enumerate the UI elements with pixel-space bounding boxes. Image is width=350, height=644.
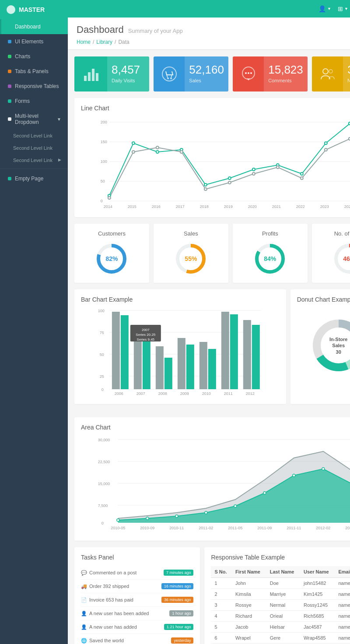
- donut-visits-title: No. of Visits: [318, 230, 350, 237]
- comments-label: Comments: [268, 78, 303, 83]
- svg-rect-74: [112, 312, 120, 389]
- topbar: 👤▼ ⊞▼ 🔔▼ 👤▼: [68, 0, 350, 18]
- nav-dot: [8, 117, 11, 121]
- svg-point-40: [252, 172, 255, 175]
- cart-icon: [161, 65, 178, 83]
- stat-card-comments: 15,823 Comments: [233, 56, 308, 91]
- col-firstname: First Name: [232, 566, 266, 578]
- task-badge-6: yesterday: [171, 637, 193, 644]
- nav-dot: [8, 55, 11, 58]
- topbar-grid-icon[interactable]: ⊞▼: [338, 5, 348, 12]
- sidebar: MASTER Dashboard UI Elements Charts Tabs…: [0, 0, 68, 644]
- sidebar-sub-item-1[interactable]: Second Level Link: [0, 130, 68, 142]
- breadcrumb-data: Data: [118, 39, 129, 45]
- col-lastname: Last Name: [266, 566, 300, 578]
- table-row: 5JacobHielsarJac4587name@site.com: [211, 622, 350, 633]
- table-cell: john15482: [300, 578, 335, 589]
- table-cell: 4: [211, 611, 232, 622]
- sidebar-sub-item-3[interactable]: Second Level Link ▶: [0, 154, 68, 166]
- area-chart-container: 30,000 22,500 15,000 7,500 0: [81, 436, 350, 534]
- svg-text:2016: 2016: [152, 204, 161, 209]
- donut-customers-label: 82%: [105, 255, 118, 262]
- sidebar-item-label: Dashboard: [15, 24, 41, 30]
- sidebar-item-responsive-tables[interactable]: Responsive Tables: [0, 79, 68, 94]
- table-row: 1JohnDoejohn15482name@site.com: [211, 578, 350, 589]
- svg-text:2015: 2015: [128, 204, 136, 209]
- breadcrumb-library[interactable]: Library: [96, 39, 112, 45]
- table-cell: name@site.com: [335, 622, 350, 633]
- svg-point-43: [325, 148, 327, 151]
- svg-point-10: [250, 72, 252, 74]
- bar-donut-row: Bar Chart Example 100 75 50 25: [74, 289, 350, 411]
- donut-visits: No. of Visits 46%: [312, 224, 350, 283]
- donut-customers: Customers 82%: [74, 224, 149, 283]
- svg-text:0: 0: [102, 521, 104, 525]
- svg-point-37: [180, 151, 183, 153]
- task-item-3: 📄 Invoice 653 has paid 36 minutes ago: [81, 593, 193, 607]
- table-cell: 6: [211, 633, 232, 644]
- donut-chart-panel: Donut Chart Example In-Store Sales 30: [290, 289, 350, 404]
- table-cell: Rich5685: [300, 611, 335, 622]
- svg-text:0: 0: [101, 199, 103, 203]
- task-item-4: 👤 A new user has been added 1 hour ago: [81, 607, 193, 620]
- table-cell: Nermal: [266, 600, 300, 611]
- sidebar-item-dashboard[interactable]: Dashboard: [0, 19, 68, 34]
- donut-chart-area: In-Store Sales 30: [297, 308, 350, 383]
- svg-text:2020: 2020: [248, 204, 257, 209]
- col-email: Email ID.: [335, 566, 350, 578]
- sales-number: 52,160: [189, 63, 224, 77]
- table-cell: Orieal: [266, 611, 300, 622]
- sidebar-logo: MASTER: [0, 0, 68, 19]
- sidebar-item-multilevel[interactable]: Multi-level Dropdown ▼: [0, 109, 68, 130]
- sidebar-divider: [0, 169, 68, 169]
- svg-point-120: [263, 492, 266, 494]
- sidebar-item-ui-elements[interactable]: UI Elements: [0, 34, 68, 49]
- sidebar-item-label: UI Elements: [15, 39, 43, 45]
- svg-text:2010-05: 2010-05: [111, 526, 125, 530]
- nav-dot: [8, 70, 11, 73]
- donut-sales-title: Sales: [160, 230, 222, 237]
- svg-text:2024: 2024: [344, 204, 350, 209]
- sidebar-sub-item-2[interactable]: Second Level Link: [0, 142, 68, 154]
- task-badge-3: 36 minutes ago: [161, 597, 194, 603]
- sidebar-item-charts[interactable]: Charts: [0, 49, 68, 64]
- svg-rect-85: [164, 358, 172, 389]
- nav-dot: [8, 84, 11, 88]
- topbar-user-icon[interactable]: 👤▼: [318, 5, 331, 12]
- svg-text:50: 50: [101, 179, 105, 183]
- svg-text:22,500: 22,500: [98, 460, 110, 464]
- svg-text:75: 75: [100, 331, 104, 335]
- svg-text:2023: 2023: [320, 204, 329, 209]
- nav-dot: [8, 99, 11, 103]
- svg-text:100: 100: [98, 309, 105, 313]
- svg-text:200: 200: [101, 120, 107, 124]
- table-cell: 2: [211, 589, 232, 600]
- comments-info: 15,823 Comments: [264, 56, 308, 91]
- breadcrumb: Home / Library / Data: [77, 39, 350, 45]
- sidebar-item-label: Multi-level Dropdown: [15, 113, 53, 125]
- table-cell: name@site.com: [335, 578, 350, 589]
- donut-customers-chart: 82%: [94, 241, 129, 276]
- bar-chart-area: 100 75 50 25 0 2006 2007: [81, 308, 280, 398]
- area-chart-title: Area Chart: [81, 424, 350, 431]
- svg-text:2007: 2007: [136, 391, 145, 396]
- svg-rect-78: [143, 340, 150, 389]
- sidebar-item-empty-page[interactable]: Empty Page: [0, 171, 68, 186]
- daily-visits-info: 8,457 Daily Visits: [107, 56, 149, 91]
- svg-point-8: [245, 72, 247, 74]
- sidebar-item-forms[interactable]: Forms: [0, 94, 68, 109]
- svg-rect-91: [208, 349, 216, 389]
- task-item-6: 🌐 Saved the world yesterday: [81, 634, 193, 644]
- task-item-5: 👤 A new user has added 1.21 hour ago: [81, 620, 193, 634]
- breadcrumb-home[interactable]: Home: [77, 39, 91, 45]
- nav-dot: [8, 177, 11, 180]
- page-title: Dashboard: [77, 24, 124, 35]
- svg-rect-2: [92, 69, 94, 81]
- col-sno: S No.: [211, 566, 232, 578]
- svg-text:2008: 2008: [158, 391, 167, 396]
- sidebar-item-tabs[interactable]: Tabs & Panels: [0, 64, 68, 79]
- bar-chart-panel: Bar Chart Example 100 75 50 25: [74, 289, 286, 404]
- logo-icon: [7, 5, 15, 14]
- table-cell: Gere: [266, 633, 300, 644]
- stat-card-sales: 52,160 Sales: [154, 56, 228, 91]
